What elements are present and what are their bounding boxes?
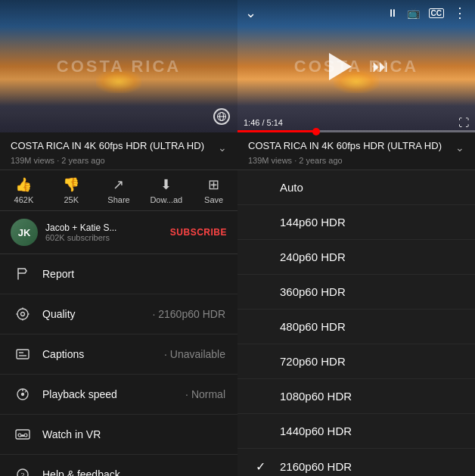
quality-option-480p60-label: 480p60 HDR bbox=[280, 320, 346, 333]
download-button[interactable]: ⬇ Dow...ad bbox=[142, 176, 190, 204]
quality-option-480p60[interactable]: 480p60 HDR bbox=[238, 310, 475, 344]
quality-option-144p60[interactable]: 144p60 HDR bbox=[238, 205, 475, 240]
playback-label: Playback speed bbox=[42, 388, 182, 400]
captions-icon bbox=[12, 345, 33, 363]
quality-option-2160p60[interactable]: ✓ 2160p60 HDR bbox=[238, 449, 475, 476]
right-video-thumbnail: COSTA RICA ⌄ ⏸ 📺 CC ⋮ ⏭ 1:46 / 5:14 ⛶ bbox=[238, 0, 475, 132]
channel-name: Jacob + Katie S... bbox=[45, 222, 170, 233]
right-video-title: COSTA RICA IN 4K 60fps HDR (ULTRA HD) bbox=[248, 140, 449, 153]
left-panel: COSTA RICA COSTA RICA IN 4K 60fps HDR (U… bbox=[0, 0, 238, 476]
left-thumbnail: COSTA RICA bbox=[0, 0, 238, 132]
report-label: Report bbox=[42, 268, 225, 280]
quality-option-240p60-label: 240p60 HDR bbox=[280, 250, 346, 263]
report-icon bbox=[12, 265, 33, 283]
more-icon[interactable]: ⋮ bbox=[453, 5, 467, 21]
progress-fill bbox=[238, 130, 316, 132]
svg-point-4 bbox=[21, 313, 25, 316]
play-triangle-icon bbox=[329, 53, 352, 80]
playback-dot: · bbox=[185, 388, 188, 400]
quality-option-auto[interactable]: Auto bbox=[238, 170, 475, 205]
quality-option-auto-label: Auto bbox=[280, 181, 303, 194]
share-label: Share bbox=[107, 195, 129, 204]
menu-item-captions[interactable]: Captions · Unavailable bbox=[0, 334, 238, 375]
like-button[interactable]: 👍 462K bbox=[0, 176, 48, 204]
menu-item-quality[interactable]: Quality · 2160p60 HDR bbox=[0, 294, 238, 334]
cast-icon[interactable]: 📺 bbox=[407, 7, 420, 19]
svg-point-3 bbox=[17, 309, 28, 319]
share-button[interactable]: ↗ Share bbox=[95, 176, 143, 204]
chevron-down-icon[interactable]: ⌄ bbox=[218, 142, 227, 154]
skip-next-icon[interactable]: ⏭ bbox=[372, 57, 389, 76]
quality-option-1080p60[interactable]: 1080p60 HDR bbox=[238, 379, 475, 414]
quality-option-720p60-label: 720p60 HDR bbox=[280, 355, 346, 368]
channel-subs: 602K subscribers bbox=[45, 233, 170, 242]
download-label: Dow...ad bbox=[150, 195, 182, 204]
svg-point-18 bbox=[24, 434, 27, 437]
quality-list: Auto 144p60 HDR 240p60 HDR 360p60 HDR 48… bbox=[238, 170, 475, 476]
right-top-icons: ⏸ 📺 CC ⋮ bbox=[387, 5, 467, 21]
like-count: 462K bbox=[14, 195, 34, 204]
progress-bar[interactable] bbox=[238, 130, 475, 132]
quality-option-240p60[interactable]: 240p60 HDR bbox=[238, 240, 475, 275]
help-label: Help & feedback bbox=[42, 468, 225, 476]
save-label: Save bbox=[204, 195, 223, 204]
menu-item-watchvr[interactable]: Watch in VR bbox=[0, 415, 238, 455]
like-icon: 👍 bbox=[15, 176, 32, 193]
thumbnail-text: COSTA RICA bbox=[57, 57, 181, 76]
menu-item-playback[interactable]: Playback speed · Normal bbox=[0, 375, 238, 415]
subscribe-button[interactable]: SUBSCRIBE bbox=[170, 227, 227, 238]
captions-dot: · bbox=[164, 348, 167, 360]
channel-avatar: JK bbox=[11, 219, 38, 246]
help-icon: ? bbox=[12, 465, 33, 476]
quality-option-1440p60[interactable]: 1440p60 HDR bbox=[238, 414, 475, 449]
right-video-meta: 139M views · 2 years ago bbox=[248, 156, 464, 165]
quality-option-1080p60-label: 1080p60 HDR bbox=[280, 390, 352, 403]
right-bottom-bar: 1:46 / 5:14 ⛶ bbox=[238, 115, 475, 132]
chevron-down-video-icon[interactable]: ⌄ bbox=[245, 5, 256, 21]
quality-value: 2160p60 HDR bbox=[158, 308, 225, 320]
download-icon: ⬇ bbox=[160, 176, 172, 193]
quality-label: Quality bbox=[42, 308, 149, 320]
left-video-title: COSTA RICA IN 4K 60fps HDR (ULTRA HD) bbox=[11, 140, 212, 153]
quality-option-720p60[interactable]: 720p60 HDR bbox=[238, 344, 475, 379]
svg-point-13 bbox=[22, 394, 24, 396]
dislike-button[interactable]: 👎 25K bbox=[48, 176, 95, 204]
dislike-count: 25K bbox=[64, 195, 79, 204]
save-button[interactable]: ⊞ Save bbox=[190, 176, 238, 204]
fullscreen-icon[interactable]: ⛶ bbox=[458, 117, 469, 129]
menu-item-help[interactable]: ? Help & feedback bbox=[0, 455, 238, 476]
action-bar: 👍 462K 👎 25K ↗ Share ⬇ Dow...ad ⊞ Save bbox=[0, 170, 238, 211]
right-video-info: COSTA RICA IN 4K 60fps HDR (ULTRA HD) ⌄ … bbox=[238, 132, 475, 170]
channel-info: Jacob + Katie S... 602K subscribers bbox=[45, 222, 170, 242]
quality-option-360p60[interactable]: 360p60 HDR bbox=[238, 275, 475, 310]
menu-item-report[interactable]: Report bbox=[0, 254, 238, 294]
playback-value: Normal bbox=[191, 388, 225, 400]
check-2160p60-icon: ✓ bbox=[256, 459, 274, 474]
right-top-bar: ⌄ ⏸ 📺 CC ⋮ bbox=[238, 0, 475, 26]
left-video-meta: 139M views · 2 years ago bbox=[11, 156, 227, 165]
svg-text:?: ? bbox=[21, 471, 25, 477]
avatar-initials: JK bbox=[18, 227, 31, 238]
quality-option-360p60-label: 360p60 HDR bbox=[280, 285, 346, 298]
play-button[interactable] bbox=[324, 50, 357, 83]
channel-row: JK Jacob + Katie S... 602K subscribers S… bbox=[0, 211, 238, 254]
quality-dot: · bbox=[152, 308, 155, 320]
right-chevron-icon[interactable]: ⌄ bbox=[455, 142, 464, 154]
quality-icon bbox=[12, 305, 33, 323]
dislike-icon: 👎 bbox=[63, 176, 79, 193]
share-icon: ↗ bbox=[113, 176, 124, 193]
right-panel: COSTA RICA ⌄ ⏸ 📺 CC ⋮ ⏭ 1:46 / 5:14 ⛶ bbox=[238, 0, 475, 476]
left-video-info: COSTA RICA IN 4K 60fps HDR (ULTRA HD) ⌄ … bbox=[0, 132, 238, 170]
video-time: 1:46 / 5:14 bbox=[244, 118, 283, 127]
play-controls: ⏭ bbox=[324, 50, 389, 83]
pause-icon[interactable]: ⏸ bbox=[387, 7, 398, 19]
cc-icon[interactable]: CC bbox=[429, 8, 444, 18]
playback-icon bbox=[12, 385, 33, 403]
menu-list: Report Quality · 2160p60 HDR bbox=[0, 254, 238, 476]
svg-line-15 bbox=[25, 390, 26, 393]
watchvr-label: Watch in VR bbox=[42, 428, 225, 440]
progress-dot bbox=[312, 128, 320, 135]
quality-option-144p60-label: 144p60 HDR bbox=[280, 216, 346, 229]
quality-option-2160p60-label: 2160p60 HDR bbox=[280, 460, 352, 473]
svg-point-17 bbox=[18, 434, 21, 437]
